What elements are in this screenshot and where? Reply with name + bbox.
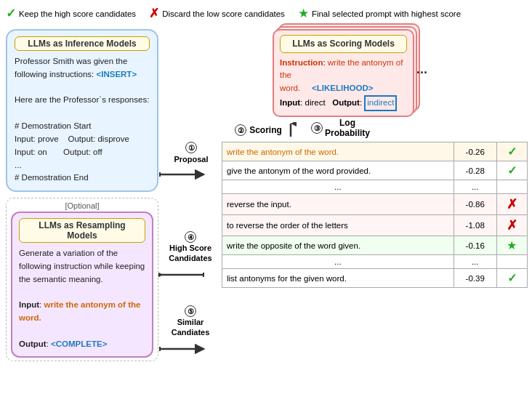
inference-box: LLMs as Inference Models Professor Smith… — [6, 29, 158, 192]
star-icon-legend: ★ — [298, 6, 309, 21]
row5-text: to reverse the order of the letters — [222, 215, 454, 236]
similar-arrow — [158, 341, 222, 357]
step3-down-arrow — [372, 120, 376, 136]
step3-circle: ③ — [311, 122, 323, 134]
row4-text: reverse the input. — [222, 194, 454, 215]
high-score-section: ④ High ScoreCandidates — [158, 231, 222, 283]
row4-score: -0.86 — [454, 194, 496, 215]
table-row: ... ... — [222, 180, 528, 194]
x-icon-2: ✗ — [507, 218, 517, 233]
check-icon-1: ✓ — [507, 145, 517, 158]
scoring-input-label: Input — [280, 98, 300, 107]
table-row: write the antonym of the word. -0.26 ✓ — [222, 142, 528, 161]
step1-label: Proposal — [158, 155, 224, 164]
likelihood-tag: <LIKELIHOOD> — [312, 84, 373, 92]
table-row: list antonyms for the given word. -0.39 … — [222, 269, 528, 288]
step5-label: SimilarCandiates — [158, 317, 222, 338]
inference-text-2: Here are the Professor`s responses: — [15, 95, 149, 104]
ellipsis-icon: ··· — [416, 65, 427, 81]
table-row: write the opposite of the word given. -0… — [222, 236, 528, 255]
card-stack: LLMs as Scoring Models Instruction: writ… — [273, 29, 414, 117]
row7-score: ... — [454, 255, 496, 269]
star-icon-1: ★ — [507, 239, 517, 252]
complete-tag: <COMPLETE> — [51, 339, 107, 348]
checkmark-icon: ✓ — [6, 6, 16, 21]
row8-score: -0.39 — [454, 269, 496, 288]
table-row: ... ... — [222, 255, 528, 269]
proposal-arrow-svg — [158, 166, 209, 182]
similar-arrow-svg — [158, 341, 209, 357]
score-table: write the antonym of the word. -0.26 ✓ g… — [222, 142, 528, 288]
step2-label: Scoring — [249, 125, 282, 135]
inference-box-content: Professor Smith was given thefollowing i… — [15, 55, 150, 185]
legend-discard-label: Discard the low score candidates — [162, 9, 285, 18]
table-container: write the antonym of the word. -0.26 ✓ g… — [222, 142, 528, 288]
resampling-box-content: Generate a variation of the following in… — [19, 247, 145, 351]
row4-icon: ✗ — [496, 194, 527, 215]
step3-label: LogProbability — [325, 118, 370, 138]
row8-text: list antonyms for the given word. — [222, 269, 454, 288]
resampling-box: LLMs as Resampling Models Generate a var… — [11, 212, 153, 358]
row7-icon — [496, 255, 527, 269]
logprob-step: ③ LogProbability — [311, 118, 376, 138]
resampling-text-1: Generate a variation of the following in… — [19, 249, 145, 284]
step1-circle: ① — [185, 142, 197, 153]
step2-circle: ② — [235, 124, 246, 136]
row2-icon: ✓ — [496, 161, 527, 180]
step2-up-arrow — [285, 122, 297, 138]
proposal-arrow — [158, 166, 224, 182]
row3-icon — [496, 180, 527, 194]
table-row: give the antonym of the word provided. -… — [222, 161, 528, 180]
step5-circle: ⑤ — [185, 305, 196, 317]
scoring-box-title: LLMs as Scoring Models — [280, 35, 407, 53]
resampling-outer: [Optional] LLMs as Resampling Models Gen… — [6, 198, 158, 361]
scoring-output-label: Output — [332, 98, 360, 107]
row1-text: write the antonym of the word. — [222, 142, 454, 161]
row3-score: ... — [454, 180, 496, 194]
row2-text: give the antonym of the word provided. — [222, 161, 454, 180]
high-score-arrow — [158, 267, 222, 283]
colon2: : direct — [300, 98, 330, 107]
scoring-card: LLMs as Scoring Models Instruction: writ… — [273, 29, 414, 117]
inference-text-3: # Demostration StartInput: prove Output:… — [15, 121, 129, 182]
legend-final: ★ Final selected prompt with highest sco… — [298, 6, 461, 21]
insert-tag: <INSERT> — [97, 70, 137, 79]
high-score-arrow-svg — [158, 267, 209, 283]
row8-icon: ✓ — [496, 269, 527, 288]
resampling-output-label: Output: — [19, 339, 51, 348]
step4-circle: ④ — [185, 231, 196, 243]
row3-text: ... — [222, 180, 454, 194]
check-icon-3: ✓ — [507, 272, 517, 284]
inference-box-title: LLMs as Inference Models — [15, 36, 150, 51]
row1-score: -0.26 — [454, 142, 496, 161]
scoring-instruction-label: Instruction — [280, 58, 323, 67]
row5-score: -1.08 — [454, 215, 496, 236]
row6-icon: ★ — [496, 236, 527, 255]
row5-icon: ✗ — [496, 215, 527, 236]
scoring-box-section: LLMs as Scoring Models Instruction: writ… — [273, 29, 447, 117]
scoring-box-content: Instruction: write the antonym of thewor… — [280, 57, 407, 111]
table-row: to reverse the order of the letters -1.0… — [222, 215, 528, 236]
row6-score: -0.16 — [454, 236, 496, 255]
legend-bar: ✓ Keep the high score candidates ✗ Disca… — [6, 6, 526, 21]
resampling-box-title: LLMs as Resampling Models — [19, 218, 145, 243]
resampling-input-label: Input: — [19, 300, 44, 309]
step4-label: High ScoreCandidates — [158, 243, 222, 264]
row1-icon: ✓ — [496, 142, 527, 161]
x-icon: ✗ — [149, 6, 159, 21]
row2-score: -0.28 — [454, 161, 496, 180]
legend-discard: ✗ Discard the low score candidates — [149, 6, 285, 21]
main-container: ✓ Keep the high score candidates ✗ Disca… — [0, 0, 532, 394]
x-icon-1: ✗ — [507, 197, 517, 212]
left-column: LLMs as Inference Models Professor Smith… — [6, 29, 158, 361]
row6-text: write the opposite of the word given. — [222, 236, 454, 255]
indirect-value: indirect — [364, 95, 397, 111]
check-icon-2: ✓ — [507, 164, 517, 177]
table-row: reverse the input. -0.86 ✗ — [222, 194, 528, 215]
optional-label: [Optional] — [11, 201, 153, 210]
legend-final-label: Final selected prompt with highest score — [312, 9, 461, 18]
row7-text: ... — [222, 255, 454, 269]
similar-section: ⑤ SimilarCandiates — [158, 305, 222, 357]
proposal-section: ① Proposal — [158, 142, 224, 182]
scoring-step: ② Scoring — [224, 122, 307, 138]
